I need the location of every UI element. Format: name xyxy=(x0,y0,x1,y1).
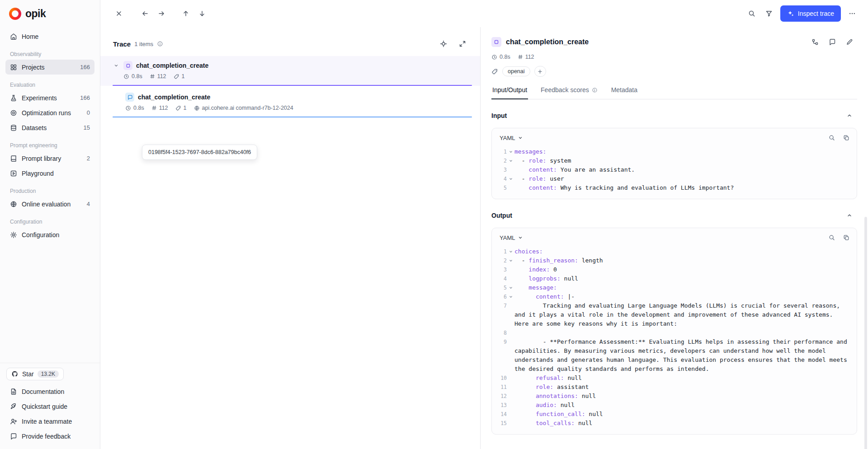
focus-selected-button[interactable] xyxy=(436,36,451,51)
down-button[interactable] xyxy=(194,6,210,21)
span-duration-bar xyxy=(113,117,472,117)
github-star-button[interactable]: Star 13.2K xyxy=(6,368,64,380)
trace-row[interactable]: chat_completion_create 0.8s 112 1 xyxy=(100,56,480,86)
code-text: content: |- xyxy=(514,292,850,301)
user-plus-icon xyxy=(10,418,17,425)
trace-tree-header: Trace 1 items xyxy=(100,27,480,56)
sidebar-item-playground[interactable]: Playground xyxy=(5,166,94,181)
collapse-input-button[interactable] xyxy=(842,108,857,123)
input-format-select[interactable]: YAML xyxy=(495,132,527,144)
output-format-select[interactable]: YAML xyxy=(495,232,527,244)
code-fold-toggle[interactable] xyxy=(507,247,514,256)
chevron-up-icon xyxy=(846,212,853,219)
code-fold-toggle[interactable] xyxy=(507,283,514,292)
search-button[interactable] xyxy=(744,6,760,21)
scrollbar[interactable] xyxy=(864,217,867,449)
more-button[interactable] xyxy=(844,6,860,21)
line-number: 4 xyxy=(498,274,507,283)
sidebar-item-configuration[interactable]: Configuration xyxy=(5,227,94,242)
output-section-title: Output xyxy=(491,212,512,219)
code-fold-toggle[interactable] xyxy=(507,292,514,301)
sidebar-item-provide-feedback[interactable]: Provide feedback xyxy=(5,429,94,444)
add-tag-button[interactable] xyxy=(534,66,546,77)
sidebar-item-online-evaluation[interactable]: Online evaluation 4 xyxy=(5,196,94,211)
code-text: choices: xyxy=(514,247,850,256)
input-section-title: Input xyxy=(491,112,507,119)
input-code: 1messages: 2 - role: system 3 content: Y… xyxy=(492,145,857,199)
section-title-prompt-engineering: Prompt engineering xyxy=(10,142,90,149)
logo[interactable]: opik xyxy=(0,0,100,27)
collapse-output-button[interactable] xyxy=(842,208,857,223)
code-text: refusal: null xyxy=(514,374,850,383)
token-count-badge: 112 xyxy=(150,73,166,80)
line-number: 7 xyxy=(498,301,507,310)
tag-chip-openai[interactable]: openai xyxy=(502,66,530,76)
close-button[interactable] xyxy=(111,6,127,21)
line-number: 2 xyxy=(498,156,507,165)
hash-icon xyxy=(151,105,157,111)
prev-trace-button[interactable] xyxy=(137,6,153,21)
arrow-right-icon xyxy=(158,10,165,17)
globe-icon xyxy=(194,105,200,111)
code-text: role: assistant xyxy=(514,383,850,392)
sidebar-item-invite-a-teammate[interactable]: Invite a teammate xyxy=(5,414,94,429)
comments-button[interactable] xyxy=(825,34,840,50)
code-text: index: 0 xyxy=(514,265,850,274)
copy-output-button[interactable] xyxy=(840,231,853,244)
view-hierarchy-button[interactable] xyxy=(807,34,823,50)
sidebar-item-label: Online evaluation xyxy=(22,201,71,208)
copy-input-button[interactable] xyxy=(840,131,853,145)
code-text: - finish_reason: length xyxy=(514,256,850,265)
code-text: content: You are an assistant. xyxy=(514,165,850,174)
home-icon xyxy=(10,33,17,40)
code-fold-toggle[interactable] xyxy=(507,156,514,165)
sidebar-item-label: Quickstart guide xyxy=(22,403,67,410)
search-icon xyxy=(829,135,835,141)
logo-text: opik xyxy=(25,8,46,20)
comment-icon xyxy=(829,38,836,46)
item-count: 166 xyxy=(80,94,90,101)
trace-type-icon xyxy=(491,37,501,47)
code-fold-toggle[interactable] xyxy=(507,174,514,183)
code-fold-toggle[interactable] xyxy=(507,147,514,156)
line-number: 15 xyxy=(498,419,507,428)
tab-metadata[interactable]: Metadata xyxy=(610,84,638,99)
arrow-down-icon xyxy=(198,10,206,17)
tab-feedback-scores[interactable]: Feedback scores xyxy=(540,84,599,99)
search-in-input-button[interactable] xyxy=(825,131,839,145)
code-fold-toggle[interactable] xyxy=(507,256,514,265)
tab-input-output[interactable]: Input/Output xyxy=(491,84,528,99)
star-count-badge: 13.2K xyxy=(38,370,59,378)
code-text: tool_calls: null xyxy=(514,419,850,428)
search-in-output-button[interactable] xyxy=(825,231,839,244)
gear-icon xyxy=(10,231,17,239)
input-card: YAML 1messages: 2 - role: system 3 conte… xyxy=(491,128,857,199)
span-row[interactable]: chat_completion_create 0.8s 112 1 api.co… xyxy=(100,88,480,117)
line-number: 5 xyxy=(498,183,507,192)
main-area: Inspect trace Trace 1 items chat_complet… xyxy=(100,0,868,449)
filter-button[interactable] xyxy=(761,6,777,21)
topbar: Inspect trace xyxy=(100,0,868,27)
code-text: message: xyxy=(514,283,850,292)
annotate-button[interactable] xyxy=(842,34,857,50)
sidebar-item-prompt-library[interactable]: Prompt library 2 xyxy=(5,151,94,166)
sidebar-item-home[interactable]: Home xyxy=(5,29,94,44)
sidebar-item-label: Projects xyxy=(22,64,45,71)
expand-all-button[interactable] xyxy=(455,36,470,51)
expand-icon xyxy=(459,40,466,47)
arrow-up-icon xyxy=(182,10,189,17)
trace-id-tooltip: 0198f5f4-1523-7697-8dc6-882a79bc40f6 xyxy=(142,145,257,160)
sidebar: opik Home Observability Projects 166 Eva… xyxy=(0,0,100,449)
chevron-down-icon[interactable] xyxy=(113,62,120,69)
tag-count-badge: 1 xyxy=(175,105,187,111)
up-button[interactable] xyxy=(178,6,193,21)
sidebar-item-projects[interactable]: Projects 166 xyxy=(5,60,94,75)
inspect-trace-button[interactable]: Inspect trace xyxy=(780,5,841,22)
sidebar-item-quickstart-guide[interactable]: Quickstart guide xyxy=(5,399,94,414)
sidebar-item-documentation[interactable]: Documentation xyxy=(5,384,94,399)
sidebar-item-datasets[interactable]: Datasets 15 xyxy=(5,120,94,135)
sidebar-item-experiments[interactable]: Experiments 166 xyxy=(5,90,94,105)
next-trace-button[interactable] xyxy=(154,6,169,21)
info-icon xyxy=(592,87,598,93)
sidebar-item-optimization-runs[interactable]: Optimization runs 0 xyxy=(5,105,94,120)
